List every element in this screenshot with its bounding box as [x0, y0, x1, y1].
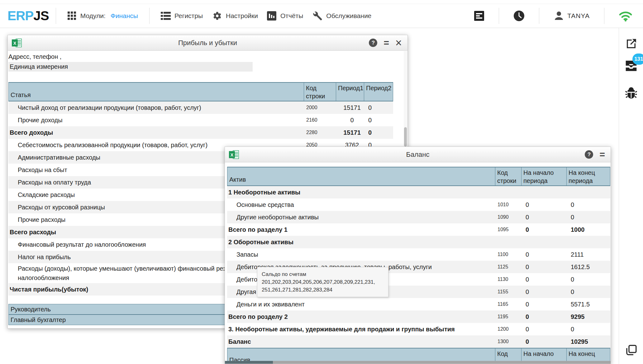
- minimize-button[interactable]: =: [383, 40, 389, 46]
- row-v1: 0: [521, 301, 566, 308]
- row-v1: 0: [521, 326, 566, 333]
- wifi-icon: [619, 10, 632, 21]
- titlebar-controls: ? = ×: [369, 39, 407, 47]
- table-row: Прочие доходы216000: [8, 114, 393, 126]
- w1-col-period2: Период2: [364, 83, 393, 101]
- external-link-icon: [625, 37, 638, 50]
- nav-right-group: TANYA: [466, 4, 643, 28]
- row-code: 1195: [495, 314, 521, 320]
- user-menu[interactable]: TANYA: [546, 4, 597, 28]
- inbox-button[interactable]: 131: [625, 59, 638, 72]
- row-v1: 0: [521, 338, 566, 345]
- row-v1: 0: [521, 288, 566, 296]
- open-external-button[interactable]: [625, 37, 638, 50]
- overlapping-windows-icon: [625, 344, 638, 357]
- row-v2: 0: [566, 288, 610, 296]
- row-v1: 0: [521, 313, 566, 320]
- row-v2: 9295: [566, 313, 610, 320]
- table-row: Запасы110002111: [227, 248, 610, 261]
- help-button[interactable]: ?: [369, 39, 377, 47]
- row-code: 1010: [495, 202, 521, 208]
- row-label: 3. Необоротные активы, удерживаемые для …: [227, 326, 495, 333]
- row-v1: 0: [521, 226, 566, 233]
- notes-icon: [474, 11, 484, 21]
- window-title: Баланс: [225, 151, 611, 159]
- row-p1: 0: [336, 117, 364, 124]
- w1-col-period1: Период1: [336, 83, 364, 101]
- w1-table-header: Статья Код строки Период1 Период2: [8, 82, 393, 101]
- row-p2: 0: [364, 117, 393, 124]
- w2-horizontal-scrollbar[interactable]: [225, 361, 611, 364]
- clock-button[interactable]: [506, 4, 532, 28]
- modules-value-link[interactable]: Финансы: [111, 12, 138, 20]
- divider: [149, 8, 150, 24]
- nav-item-registers[interactable]: Регистры: [156, 12, 207, 20]
- close-button[interactable]: ×: [395, 39, 402, 47]
- window-titlebar[interactable]: X Баланс ? =: [225, 147, 611, 162]
- row-label: 1 Необоротные активы: [227, 189, 495, 196]
- w1-col-code: Код строки: [304, 83, 336, 101]
- top-nav: ERP JS Модули: Финансы: [0, 4, 643, 28]
- bar-chart-icon: [267, 11, 277, 21]
- row-code: 1090: [495, 214, 521, 220]
- row-v2: 5571.5: [566, 301, 610, 308]
- row-code: 1300: [495, 339, 521, 344]
- w2-col-begin: На начало периода: [522, 167, 567, 186]
- row-v1: 0: [521, 276, 566, 283]
- row-v1: 0: [521, 251, 566, 258]
- nav-item-settings[interactable]: Настройки: [207, 11, 262, 21]
- gear-icon: [212, 11, 222, 21]
- row-v1: 0: [521, 264, 566, 271]
- address-line: Адресс, телефон ,: [8, 52, 393, 62]
- nav-item-reports[interactable]: Отчёты: [262, 11, 307, 21]
- registers-list-icon: [161, 12, 171, 20]
- table-row: 1 Необоротные активы: [227, 186, 610, 198]
- person-icon: [554, 11, 564, 21]
- nav-label: Регистры: [174, 12, 203, 20]
- row-code: 1100: [495, 252, 521, 257]
- minimize-button[interactable]: =: [599, 152, 605, 158]
- logo-erp: ERP: [7, 8, 33, 23]
- w2-scrollbar-thumb[interactable]: [225, 361, 273, 364]
- row-label: Чистый доход от реализации продукции (то…: [8, 104, 304, 111]
- notes-button[interactable]: [466, 4, 492, 28]
- app-logo[interactable]: ERP JS: [7, 8, 49, 23]
- nav-item-modules[interactable]: Модули: Финансы: [63, 11, 142, 21]
- nav-item-maintenance[interactable]: Обслуживание: [307, 11, 376, 21]
- window-balance: X Баланс ? = Актив Код строки На начало …: [225, 147, 611, 364]
- right-sidebar: 131: [619, 28, 643, 364]
- titlebar-controls: ? =: [585, 150, 611, 159]
- row-v2: 2111: [566, 251, 610, 258]
- divider: [56, 8, 56, 24]
- row-v2: 0: [566, 326, 610, 333]
- wrench-icon: [312, 11, 322, 21]
- divider: [539, 8, 539, 24]
- modules-label: Модули:: [80, 12, 106, 20]
- row-v1: 0: [521, 201, 566, 208]
- tooltip-line: 251,261,271,281,282,283,284: [262, 286, 384, 294]
- row-label: Другие необоротные активы: [227, 214, 495, 221]
- tooltip-line: 201,202,203,204,205,206,207,208,209,221,…: [262, 278, 384, 286]
- row-label: Основные средства: [227, 201, 495, 208]
- row-code: 2000: [304, 105, 336, 110]
- w2-col-asset: Актив: [227, 167, 495, 186]
- w2-col-code: Код строки: [495, 167, 522, 186]
- windows-overlap-button[interactable]: [625, 344, 638, 357]
- table-row: Другие необоротные активы109000: [227, 211, 610, 223]
- row-p1: 15171: [336, 129, 364, 136]
- accounts-tooltip: Сальдо по счетам 201,202,203,204,205,206…: [257, 267, 388, 297]
- help-button[interactable]: ?: [585, 150, 593, 159]
- row-code: 1155: [495, 289, 521, 295]
- w1-scrollbar-thumb[interactable]: [404, 127, 407, 147]
- svg-text:X: X: [231, 152, 234, 157]
- user-name: TANYA: [567, 12, 590, 20]
- row-label: Деньги и их эквивалент: [227, 301, 495, 308]
- wifi-status[interactable]: [611, 4, 643, 28]
- bug-button[interactable]: [625, 87, 637, 100]
- row-code: 1095: [495, 227, 521, 232]
- svg-text:X: X: [13, 40, 17, 45]
- table-row: Всего доходы2280151710: [8, 126, 393, 139]
- window-titlebar[interactable]: X Прибыль и убытки ? = ×: [8, 35, 407, 51]
- row-code: 2160: [304, 117, 336, 123]
- row-p2: 0: [364, 104, 393, 111]
